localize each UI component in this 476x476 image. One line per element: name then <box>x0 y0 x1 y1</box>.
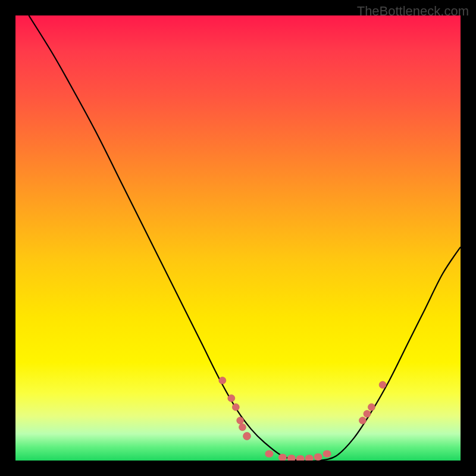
data-marker <box>287 455 296 461</box>
data-marker <box>219 377 226 384</box>
data-marker <box>239 424 246 431</box>
data-markers <box>219 377 386 461</box>
data-marker <box>232 403 239 411</box>
data-marker <box>359 417 366 424</box>
data-marker <box>323 450 331 458</box>
data-marker <box>379 381 386 389</box>
data-marker <box>237 417 244 424</box>
data-marker <box>305 455 314 461</box>
data-marker <box>296 455 305 461</box>
data-marker <box>243 432 251 440</box>
data-marker <box>368 403 375 411</box>
data-marker <box>314 453 322 461</box>
data-marker <box>278 454 287 461</box>
data-marker <box>228 394 235 402</box>
data-marker <box>265 450 273 458</box>
data-marker <box>364 411 371 418</box>
chart-overlay <box>15 15 461 461</box>
watermark-text: TheBottleneck.com <box>357 4 469 19</box>
bottleneck-curve <box>29 15 461 461</box>
